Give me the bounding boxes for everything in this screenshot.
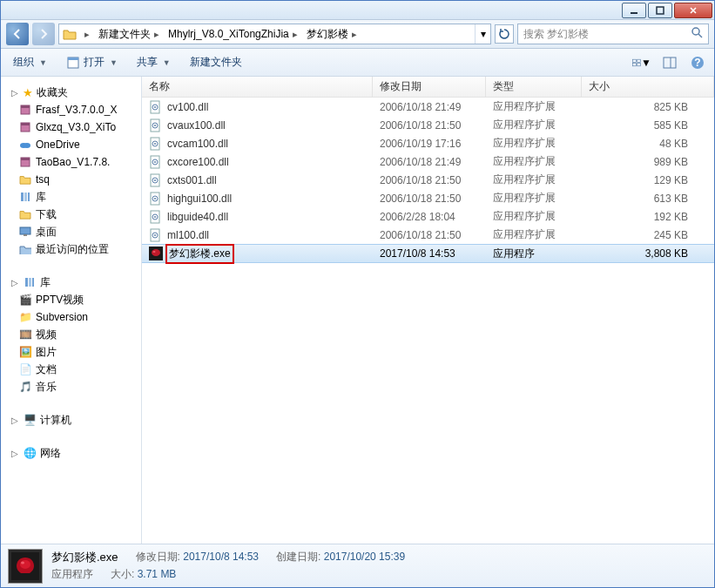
- svg-rect-9: [664, 57, 676, 68]
- address-dropdown-button[interactable]: ▾: [475, 24, 490, 44]
- main-body: ▷★收藏夹 Frasf_V3.7.0.0_X Glxzq_V3.0_XiTo O…: [1, 77, 714, 544]
- sidebar-item-documents[interactable]: 📄文档: [1, 361, 141, 378]
- col-type[interactable]: 类型: [486, 77, 582, 97]
- nav-back-button[interactable]: [6, 23, 29, 45]
- sidebar-item-downloads[interactable]: 下载: [1, 206, 141, 223]
- file-type: 应用程序扩展: [486, 136, 582, 151]
- breadcrumb-label: 梦幻影楼: [307, 27, 348, 42]
- svg-point-37: [154, 143, 156, 145]
- breadcrumb-item-0[interactable]: 新建文件夹▸: [94, 24, 164, 44]
- breadcrumb[interactable]: ▸ 新建文件夹▸ Mhylrj_V8.0_XiTongZhiJia▸ 梦幻影楼▸…: [58, 24, 491, 44]
- maximize-button[interactable]: [648, 3, 672, 18]
- file-name-cell: highgui100.dll: [142, 192, 373, 206]
- sidebar-item-glxzq[interactable]: Glxzq_V3.0_XiTo: [1, 118, 141, 136]
- svg-point-18: [24, 143, 30, 148]
- refresh-button[interactable]: [495, 24, 514, 44]
- library-icon: [18, 190, 32, 204]
- sidebar-item-libraries-link[interactable]: 库: [1, 188, 141, 206]
- svg-rect-0: [631, 12, 637, 14]
- breadcrumb-separator[interactable]: ▸: [77, 24, 94, 44]
- folder-icon: [18, 172, 32, 186]
- file-type: 应用程序扩展: [486, 227, 582, 242]
- sidebar-libraries[interactable]: ▷库: [1, 274, 141, 291]
- file-date: 2006/10/18 21:49: [373, 101, 486, 113]
- download-icon: [18, 207, 32, 221]
- sidebar-item-recent[interactable]: 最近访问的位置: [1, 240, 141, 258]
- sidebar-item-subversion[interactable]: 📁Subversion: [1, 308, 141, 326]
- sidebar-favorites[interactable]: ▷★收藏夹: [1, 84, 141, 101]
- file-row[interactable]: cxcore100.dll2006/10/18 21:49应用程序扩展989 K…: [142, 152, 714, 171]
- file-row[interactable]: cvaux100.dll2006/10/18 21:50应用程序扩展585 KB: [142, 116, 714, 134]
- svg-point-49: [154, 216, 156, 218]
- svg-rect-22: [24, 193, 27, 201]
- file-row[interactable]: highgui100.dll2006/10/18 21:50应用程序扩展613 …: [142, 189, 714, 207]
- col-date[interactable]: 修改日期: [373, 77, 486, 97]
- file-name-cell: cxts001.dll: [142, 173, 373, 187]
- sidebar-computer[interactable]: ▷🖥️计算机: [1, 411, 141, 429]
- file-name-cell: libguide40.dll: [142, 210, 373, 224]
- svg-point-57: [20, 560, 30, 569]
- file-name-cell: 梦幻影楼.exe: [142, 244, 373, 264]
- share-button[interactable]: 共享▼: [132, 52, 176, 72]
- close-button[interactable]: [674, 3, 712, 18]
- address-bar: ▸ 新建文件夹▸ Mhylrj_V8.0_XiTongZhiJia▸ 梦幻影楼▸…: [1, 20, 714, 49]
- breadcrumb-item-2[interactable]: 梦幻影楼▸: [302, 24, 361, 44]
- file-date: 2006/10/18 21:50: [373, 119, 486, 132]
- view-options-button[interactable]: ▼: [632, 53, 651, 72]
- minimize-button[interactable]: [622, 3, 646, 18]
- file-row[interactable]: ml100.dll2006/10/18 21:50应用程序扩展245 KB: [142, 226, 714, 244]
- file-size: 3,808 KB: [582, 247, 714, 260]
- sidebar-item-desktop[interactable]: 桌面: [1, 223, 141, 240]
- file-name: 梦幻影楼.exe: [165, 244, 234, 264]
- sidebar-network[interactable]: ▷🌐网络: [1, 444, 141, 462]
- sidebar-item-videos[interactable]: 🎞️视频: [1, 326, 141, 343]
- new-folder-button[interactable]: 新建文件夹: [185, 52, 247, 72]
- file-name: highgui100.dll: [167, 193, 232, 205]
- svg-rect-1: [657, 7, 664, 14]
- search-box[interactable]: 搜索 梦幻影楼: [517, 24, 709, 44]
- document-icon: 📄: [18, 362, 32, 376]
- file-name-cell: cvaux100.dll: [142, 118, 373, 132]
- file-row[interactable]: cxts001.dll2006/10/18 21:50应用程序扩展129 KB: [142, 171, 714, 189]
- file-row[interactable]: cvcam100.dll2006/10/19 17:16应用程序扩展48 KB: [142, 134, 714, 152]
- file-row[interactable]: libguide40.dll2006/2/28 18:04应用程序扩展192 K…: [142, 207, 714, 226]
- col-size[interactable]: 大小: [582, 77, 714, 97]
- svg-rect-8: [637, 63, 641, 65]
- sidebar-item-tsq[interactable]: tsq: [1, 171, 141, 188]
- col-name[interactable]: 名称: [142, 77, 373, 97]
- status-thumbnail: [8, 549, 43, 584]
- explorer-window: ▸ 新建文件夹▸ Mhylrj_V8.0_XiTongZhiJia▸ 梦幻影楼▸…: [0, 0, 715, 588]
- library-icon: [23, 275, 37, 289]
- file-name: cxts001.dll: [167, 174, 217, 186]
- file-row[interactable]: 梦幻影楼.exe2017/10/8 14:53应用程序3,808 KB: [142, 244, 714, 263]
- sidebar-item-taobao[interactable]: TaoBao_V1.7.8.: [1, 153, 141, 171]
- sidebar-item-music[interactable]: 🎵音乐: [1, 378, 141, 395]
- sidebar-item-frasf[interactable]: Frasf_V3.7.0.0_X: [1, 101, 141, 118]
- file-list[interactable]: cv100.dll2006/10/18 21:49应用程序扩展825 KBcva…: [142, 98, 714, 544]
- file-name: cvcam100.dll: [167, 138, 228, 150]
- svg-rect-4: [68, 57, 78, 60]
- breadcrumb-item-1[interactable]: Mhylrj_V8.0_XiTongZhiJia▸: [164, 24, 302, 44]
- nav-forward-button[interactable]: [32, 23, 55, 45]
- file-date: 2017/10/8 14:53: [373, 247, 486, 260]
- desktop-icon: [18, 225, 32, 239]
- file-row[interactable]: cv100.dll2006/10/18 21:49应用程序扩展825 KB: [142, 98, 714, 116]
- sidebar-item-pptv[interactable]: 🎬PPTV视频: [1, 291, 141, 308]
- folder-icon: 📁: [18, 310, 32, 324]
- open-button[interactable]: 打开▼: [61, 52, 123, 72]
- archive-icon: [18, 120, 32, 134]
- sidebar-item-pictures[interactable]: 🖼️图片: [1, 343, 141, 361]
- content-pane: 名称 修改日期 类型 大小 cv100.dll2006/10/18 21:49应…: [142, 77, 714, 544]
- status-filename: 梦幻影楼.exe: [51, 550, 118, 565]
- open-icon: [66, 56, 80, 70]
- help-button[interactable]: ?: [688, 53, 707, 72]
- preview-pane-button[interactable]: [660, 53, 679, 72]
- sidebar-item-onedrive[interactable]: OneDrive: [1, 136, 141, 153]
- organize-button[interactable]: 组织▼: [8, 52, 52, 72]
- svg-point-31: [154, 106, 156, 108]
- search-placeholder: 搜索 梦幻影楼: [523, 27, 589, 42]
- file-name-cell: cv100.dll: [142, 100, 373, 114]
- sidebar: ▷★收藏夹 Frasf_V3.7.0.0_X Glxzq_V3.0_XiTo O…: [1, 77, 142, 544]
- breadcrumb-label: 新建文件夹: [98, 27, 151, 42]
- file-size: 989 KB: [582, 156, 714, 168]
